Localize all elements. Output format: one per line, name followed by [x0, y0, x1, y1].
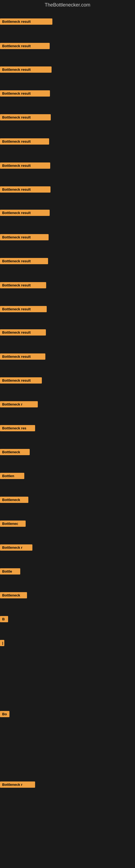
bottleneck-result-item: Bottleneck result — [0, 19, 52, 25]
bottleneck-result-item: Bottleneck result — [0, 282, 46, 288]
bottleneck-result-item: Bottleneck — [0, 497, 28, 503]
bottleneck-result-item: Bottleneck result — [0, 43, 50, 49]
bottleneck-result-item: Bo — [0, 711, 9, 717]
bottleneck-result-item: | — [0, 640, 4, 646]
bottleneck-result-item: Bottleneck result — [0, 90, 50, 97]
bottleneck-result-item: Bottleneck r — [0, 545, 32, 551]
bottleneck-result-item: Bottlen — [0, 473, 24, 479]
bottleneck-result-item: Bottleneck result — [0, 353, 45, 360]
bottleneck-result-item: Bottleneck result — [0, 377, 42, 383]
bottleneck-result-item: Bottleneck result — [0, 162, 50, 169]
bottleneck-result-item: B — [0, 616, 8, 622]
bottleneck-result-item: Bottleneck result — [0, 210, 50, 216]
bottleneck-result-item: Bottleneck res — [0, 425, 35, 431]
bottleneck-result-item: Bottle — [0, 568, 20, 575]
bottleneck-result-item: Bottleneck result — [0, 306, 47, 312]
bottleneck-result-item: Bottlenec — [0, 521, 26, 527]
bottleneck-result-item: Bottleneck r — [0, 781, 35, 788]
bottleneck-result-item: Bottleneck result — [0, 329, 46, 336]
site-title: TheBottlenecker.com — [0, 0, 135, 11]
bottleneck-result-item: Bottleneck result — [0, 234, 49, 240]
bottleneck-result-item: Bottleneck — [0, 592, 27, 598]
bottleneck-result-item: Bottleneck result — [0, 258, 48, 264]
bottleneck-result-item: Bottleneck result — [0, 138, 49, 145]
bottleneck-result-item: Bottleneck result — [0, 114, 51, 120]
bottleneck-result-item: Bottleneck — [0, 449, 30, 455]
bottleneck-result-item: Bottleneck result — [0, 66, 52, 73]
bottleneck-result-item: Bottleneck result — [0, 186, 50, 193]
bottleneck-result-item: Bottleneck r — [0, 401, 38, 407]
